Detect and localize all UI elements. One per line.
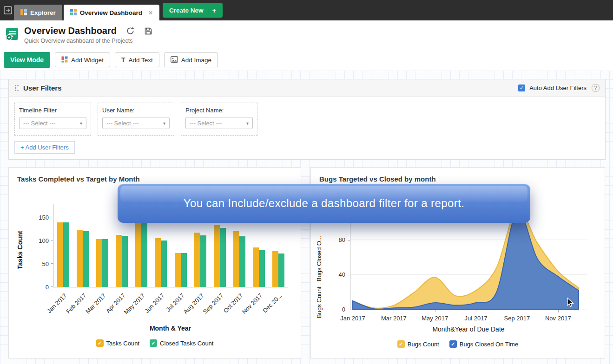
x-tick-mark bbox=[394, 310, 394, 312]
tab-bar: Explorer Overview Dashboard × Create New… bbox=[0, 0, 613, 20]
y-tick-label: 50 bbox=[42, 260, 49, 267]
x-tick-mark bbox=[353, 310, 353, 312]
bar-tasks-count[interactable] bbox=[233, 231, 239, 287]
y-tick-label: 40 bbox=[331, 271, 345, 278]
legend-checkbox[interactable]: ✓ bbox=[96, 339, 104, 347]
bar-closed-tasks-count[interactable] bbox=[239, 236, 245, 287]
legend-label: Bugs Count bbox=[408, 341, 439, 348]
view-mode-button[interactable]: View Mode bbox=[4, 52, 50, 68]
user-name-filter-value: --- Select --- bbox=[106, 120, 138, 127]
legend-checkbox[interactable]: ✓ bbox=[397, 340, 405, 348]
bar-closed-tasks-count[interactable] bbox=[181, 253, 187, 287]
timeline-filter-value: --- Select --- bbox=[23, 120, 55, 127]
bugs-chart-title: Bugs Targeted vs Closed by month bbox=[319, 175, 436, 183]
caret-down-icon: ▾ bbox=[163, 121, 165, 126]
user-filters-body: Timeline Filter --- Select --- ▾ User Na… bbox=[9, 97, 605, 141]
add-user-filters-link[interactable]: + Add User Filters bbox=[14, 141, 75, 154]
bar-closed-tasks-count[interactable] bbox=[259, 250, 265, 287]
bar-closed-tasks-count[interactable] bbox=[278, 254, 284, 287]
project-name-filter-select[interactable]: --- Select --- ▾ bbox=[185, 117, 253, 129]
legend-item[interactable]: ✓Tasks Count bbox=[96, 339, 140, 347]
legend-checkbox[interactable]: ✓ bbox=[150, 339, 157, 347]
add-text-button[interactable]: T Add Text bbox=[115, 52, 159, 67]
filter-box-timeline: Timeline Filter --- Select --- ▾ bbox=[14, 103, 91, 136]
bar-tasks-count[interactable] bbox=[77, 230, 83, 287]
auto-add-user-filters-checkbox[interactable]: ✓ bbox=[518, 84, 525, 91]
add-widget-button[interactable]: Add Widget bbox=[55, 52, 110, 67]
widget-icon bbox=[61, 56, 68, 64]
x-tick-label: May 2017 bbox=[422, 315, 448, 322]
save-icon[interactable] bbox=[144, 27, 152, 35]
create-new-button[interactable]: Create New + bbox=[163, 3, 223, 18]
drag-handle-icon[interactable] bbox=[14, 84, 19, 91]
y-tick-label: 80 bbox=[331, 236, 345, 243]
filter-box-project-name: Project Name: --- Select --- ▾ bbox=[181, 103, 257, 136]
plus-icon[interactable]: + bbox=[212, 6, 217, 14]
bar-tasks-count[interactable] bbox=[116, 235, 122, 287]
close-tab-icon[interactable]: × bbox=[148, 9, 153, 17]
page-title: Overview Dashboard bbox=[24, 26, 117, 36]
bar-group bbox=[53, 204, 73, 287]
tab-overview-dashboard[interactable]: Overview Dashboard × bbox=[64, 5, 159, 20]
bugs-chart-legend: ✓Bugs Count✓Bugs Closed On Time bbox=[311, 340, 605, 348]
tour-tooltip: You can Include/exclude a dashboard filt… bbox=[118, 184, 530, 223]
bar-tasks-count[interactable] bbox=[155, 238, 161, 287]
page-header: Overview Dashboard Quick Overview dashbo… bbox=[0, 20, 613, 49]
y-tick-mark bbox=[348, 275, 350, 275]
legend-item[interactable]: ✓Bugs Closed On Time bbox=[449, 340, 518, 348]
legend-item[interactable]: ✓Bugs Count bbox=[397, 340, 439, 348]
legend-label: Tasks Count bbox=[106, 340, 140, 347]
bar-tasks-count[interactable] bbox=[175, 253, 181, 287]
bar-tasks-count[interactable] bbox=[57, 222, 63, 287]
legend-checkbox[interactable]: ✓ bbox=[449, 340, 457, 348]
x-tick-label: Sep 2017 bbox=[504, 315, 530, 322]
user-name-filter-label: User Name: bbox=[102, 107, 170, 114]
tab-explorer-label: Explorer bbox=[30, 9, 56, 16]
bar-closed-tasks-count[interactable] bbox=[83, 231, 89, 287]
bar-closed-tasks-count[interactable] bbox=[220, 228, 226, 287]
caret-down-icon: ▾ bbox=[246, 121, 249, 126]
tab-explorer[interactable]: Explorer bbox=[14, 5, 62, 20]
project-name-filter-label: Project Name: bbox=[185, 107, 253, 114]
refresh-icon[interactable] bbox=[126, 26, 135, 35]
auto-add-user-filters-label: Auto Add User Filters bbox=[529, 84, 587, 91]
bar-tasks-count[interactable] bbox=[194, 233, 200, 287]
bar-closed-tasks-count[interactable] bbox=[141, 213, 147, 287]
tasks-y-axis-label: Tasks Count bbox=[16, 208, 24, 292]
add-widget-label: Add Widget bbox=[71, 57, 104, 64]
bar-tasks-count[interactable] bbox=[272, 251, 278, 287]
y-tick-label: 0 bbox=[46, 284, 49, 291]
add-image-button[interactable]: Add Image bbox=[164, 52, 218, 67]
x-tick-mark bbox=[476, 310, 476, 312]
bar-tasks-count[interactable] bbox=[96, 239, 102, 287]
timeline-filter-select[interactable]: --- Select --- ▾ bbox=[19, 117, 86, 129]
user-name-filter-select[interactable]: --- Select --- ▾ bbox=[102, 117, 170, 129]
add-image-label: Add Image bbox=[181, 57, 211, 64]
title-block: Overview Dashboard Quick Overview dashbo… bbox=[24, 26, 152, 44]
x-tick-mark bbox=[558, 310, 559, 312]
panel-toggle-icon[interactable] bbox=[3, 6, 13, 15]
x-tick-label: Jan 2017 bbox=[340, 315, 365, 322]
bar-tasks-count[interactable] bbox=[214, 225, 220, 287]
legend-label: Closed Tasks Count bbox=[160, 340, 213, 347]
bar-closed-tasks-count[interactable] bbox=[102, 239, 108, 287]
page-subtitle: Quick Overview dashboard of the Projects bbox=[24, 38, 152, 44]
y-tick-label: 100 bbox=[39, 237, 49, 244]
bar-group bbox=[73, 204, 92, 287]
x-tick-label: Mar 2017 bbox=[381, 315, 407, 322]
project-name-filter-value: --- Select --- bbox=[190, 120, 222, 127]
divider bbox=[208, 7, 208, 14]
legend-item[interactable]: ✓Closed Tasks Count bbox=[150, 339, 213, 347]
dashboard-icon bbox=[5, 26, 20, 43]
help-icon[interactable]: ? bbox=[592, 84, 600, 92]
bar-closed-tasks-count[interactable] bbox=[200, 235, 206, 287]
user-filters-title: User Filters bbox=[23, 84, 62, 92]
bar-closed-tasks-count[interactable] bbox=[122, 236, 128, 287]
bar-closed-tasks-count[interactable] bbox=[161, 240, 167, 287]
text-icon: T bbox=[121, 56, 125, 64]
add-text-label: Add Text bbox=[128, 57, 152, 64]
create-new-label: Create New bbox=[169, 7, 204, 14]
x-tick-mark bbox=[435, 310, 435, 312]
bar-tasks-count[interactable] bbox=[253, 247, 259, 287]
bar-closed-tasks-count[interactable] bbox=[63, 222, 69, 287]
